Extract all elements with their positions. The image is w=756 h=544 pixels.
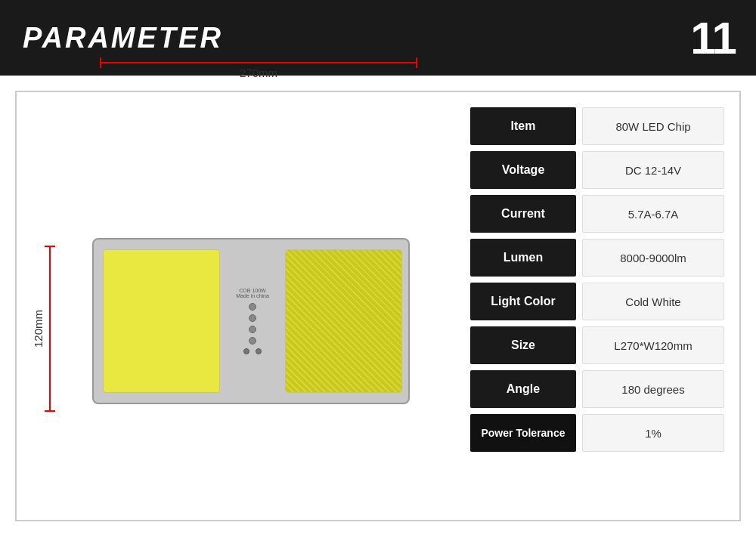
holes-bottom-row xyxy=(243,348,262,354)
chip-label: COB 100WMade in china xyxy=(236,288,269,298)
width-label: 270mm xyxy=(240,66,277,79)
hole-small-2 xyxy=(256,348,262,354)
height-line xyxy=(49,246,51,412)
holes-group xyxy=(243,303,262,354)
spec-label-angle: Angle xyxy=(470,370,576,408)
spec-label-current: Current xyxy=(470,195,576,233)
height-label: 120mm xyxy=(32,310,45,348)
hole-3 xyxy=(249,326,256,333)
hole-4 xyxy=(249,337,256,345)
spec-label-item: Item xyxy=(470,107,576,145)
width-line xyxy=(100,62,417,63)
spec-label-power-tolerance: Power Tolerance xyxy=(470,414,576,452)
spec-label-light-color: Light Color xyxy=(470,283,576,320)
spec-value-voltage: DC 12-14V xyxy=(582,151,724,189)
spec-value-light-color: Cold White xyxy=(582,283,724,320)
spec-row: Light ColorCold White xyxy=(470,283,724,320)
spec-value-angle: 180 degrees xyxy=(582,370,724,408)
spec-value-power-tolerance: 1% xyxy=(582,414,724,452)
right-panel: Item80W LED ChipVoltageDC 12-14VCurrent5… xyxy=(463,100,732,512)
hole-small-1 xyxy=(243,348,249,354)
spec-value-size: L270*W120mm xyxy=(582,326,724,364)
spec-row: Power Tolerance1% xyxy=(470,414,724,452)
spec-label-size: Size xyxy=(470,326,576,364)
spec-row: VoltageDC 12-14V xyxy=(470,151,724,189)
spec-row: Lumen8000-9000lm xyxy=(470,239,724,277)
spec-row: Item80W LED Chip xyxy=(470,107,724,145)
chip-diagram: 120mm COB 100WMade in china xyxy=(62,223,425,434)
left-panel: 270mm 120mm COB 100WMade in china xyxy=(24,100,463,512)
spec-label-lumen: Lumen xyxy=(470,239,576,277)
spec-label-voltage: Voltage xyxy=(470,151,576,189)
spec-row: Angle180 degrees xyxy=(470,370,724,408)
height-dimension: 120mm xyxy=(32,223,51,434)
led-panel-left xyxy=(103,249,220,393)
header-title: PARAMETER xyxy=(23,22,223,54)
hole-1 xyxy=(249,303,256,311)
spec-row: Current5.7A-6.7A xyxy=(470,195,724,233)
header-number: 11 xyxy=(690,12,733,64)
width-dimension: 270mm xyxy=(54,62,463,79)
hole-2 xyxy=(249,314,256,322)
chip-body: COB 100WMade in china xyxy=(92,238,410,404)
spec-value-item: 80W LED Chip xyxy=(582,107,724,145)
main-content: 270mm 120mm COB 100WMade in china xyxy=(15,91,741,521)
chip-center: COB 100WMade in china xyxy=(220,288,285,354)
led-panel-right xyxy=(285,249,402,393)
spec-value-current: 5.7A-6.7A xyxy=(582,195,724,233)
spec-row: SizeL270*W120mm xyxy=(470,326,724,364)
spec-value-lumen: 8000-9000lm xyxy=(582,239,724,277)
